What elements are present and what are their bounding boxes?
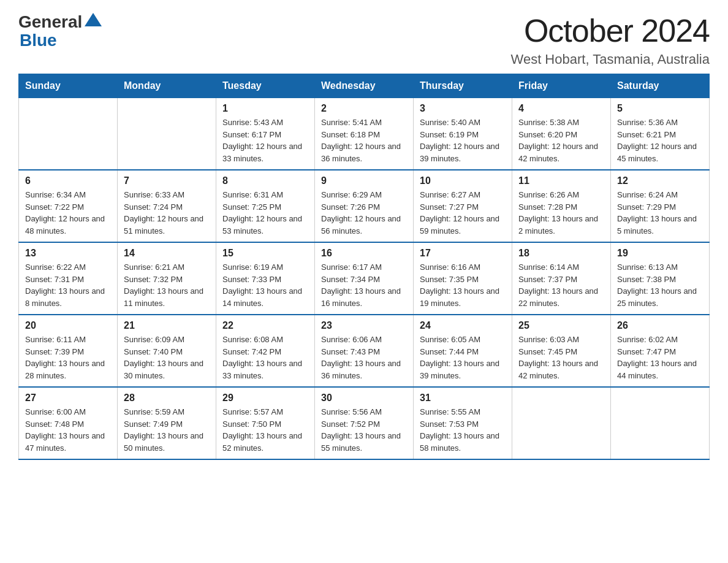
day-info: Sunrise: 6:08 AMSunset: 7:42 PMDaylight:… bbox=[222, 334, 308, 381]
day-info: Sunrise: 6:21 AMSunset: 7:32 PMDaylight:… bbox=[124, 261, 210, 309]
day-info: Sunrise: 5:38 AMSunset: 6:20 PMDaylight:… bbox=[518, 117, 604, 164]
calendar-cell bbox=[19, 98, 118, 170]
day-number: 31 bbox=[420, 393, 506, 404]
calendar-cell: 18Sunrise: 6:14 AMSunset: 7:37 PMDayligh… bbox=[512, 242, 611, 315]
calendar-cell: 7Sunrise: 6:33 AMSunset: 7:24 PMDaylight… bbox=[118, 170, 216, 242]
calendar-cell: 1Sunrise: 5:43 AMSunset: 6:17 PMDaylight… bbox=[216, 98, 315, 170]
day-info: Sunrise: 5:40 AMSunset: 6:19 PMDaylight:… bbox=[420, 117, 506, 164]
calendar-cell: 6Sunrise: 6:34 AMSunset: 7:22 PMDaylight… bbox=[19, 170, 118, 242]
page-header: General Blue October 2024 West Hobart, T… bbox=[18, 12, 710, 67]
day-info: Sunrise: 6:00 AMSunset: 7:48 PMDaylight:… bbox=[25, 406, 111, 454]
calendar-body: 1Sunrise: 5:43 AMSunset: 6:17 PMDaylight… bbox=[19, 98, 710, 460]
day-info: Sunrise: 6:05 AMSunset: 7:44 PMDaylight:… bbox=[420, 334, 506, 381]
calendar-cell bbox=[118, 98, 216, 170]
calendar-cell: 15Sunrise: 6:19 AMSunset: 7:33 PMDayligh… bbox=[216, 242, 315, 315]
day-info: Sunrise: 6:09 AMSunset: 7:40 PMDaylight:… bbox=[124, 334, 210, 381]
day-number: 30 bbox=[321, 393, 407, 404]
calendar-header: SundayMondayTuesdayWednesdayThursdayFrid… bbox=[19, 74, 710, 98]
day-number: 17 bbox=[420, 248, 506, 259]
day-info: Sunrise: 5:41 AMSunset: 6:18 PMDaylight:… bbox=[321, 117, 407, 164]
day-number: 1 bbox=[222, 103, 308, 114]
calendar-cell: 9Sunrise: 6:29 AMSunset: 7:26 PMDaylight… bbox=[315, 170, 414, 242]
calendar-cell: 3Sunrise: 5:40 AMSunset: 6:19 PMDaylight… bbox=[414, 98, 512, 170]
calendar-cell: 10Sunrise: 6:27 AMSunset: 7:27 PMDayligh… bbox=[414, 170, 512, 242]
day-number: 24 bbox=[420, 320, 506, 331]
day-info: Sunrise: 6:33 AMSunset: 7:24 PMDaylight:… bbox=[124, 189, 210, 237]
day-info: Sunrise: 6:02 AMSunset: 7:47 PMDaylight:… bbox=[617, 334, 703, 381]
day-number: 5 bbox=[617, 103, 703, 114]
week-row-3: 13Sunrise: 6:22 AMSunset: 7:31 PMDayligh… bbox=[19, 242, 710, 315]
day-info: Sunrise: 5:36 AMSunset: 6:21 PMDaylight:… bbox=[617, 117, 703, 164]
day-number: 15 bbox=[222, 248, 308, 259]
header-day-friday: Friday bbox=[512, 74, 611, 98]
day-number: 27 bbox=[25, 393, 111, 404]
header-day-wednesday: Wednesday bbox=[315, 74, 414, 98]
subtitle: West Hobart, Tasmania, Australia bbox=[511, 52, 710, 67]
calendar-cell: 27Sunrise: 6:00 AMSunset: 7:48 PMDayligh… bbox=[19, 387, 118, 459]
day-number: 14 bbox=[124, 248, 210, 259]
calendar-cell: 28Sunrise: 5:59 AMSunset: 7:49 PMDayligh… bbox=[118, 387, 216, 459]
day-info: Sunrise: 6:03 AMSunset: 7:45 PMDaylight:… bbox=[518, 334, 604, 381]
logo-general-text: General bbox=[18, 12, 82, 32]
day-number: 3 bbox=[420, 103, 506, 114]
day-info: Sunrise: 5:43 AMSunset: 6:17 PMDaylight:… bbox=[222, 117, 308, 164]
calendar-cell: 5Sunrise: 5:36 AMSunset: 6:21 PMDaylight… bbox=[611, 98, 710, 170]
day-number: 28 bbox=[124, 393, 210, 404]
day-number: 11 bbox=[518, 175, 604, 186]
day-number: 22 bbox=[222, 320, 308, 331]
day-info: Sunrise: 6:27 AMSunset: 7:27 PMDaylight:… bbox=[420, 189, 506, 237]
main-title: October 2024 bbox=[511, 12, 710, 49]
day-number: 7 bbox=[124, 175, 210, 186]
day-info: Sunrise: 6:31 AMSunset: 7:25 PMDaylight:… bbox=[222, 189, 308, 237]
day-number: 8 bbox=[222, 175, 308, 186]
calendar-cell: 23Sunrise: 6:06 AMSunset: 7:43 PMDayligh… bbox=[315, 315, 414, 387]
week-row-1: 1Sunrise: 5:43 AMSunset: 6:17 PMDaylight… bbox=[19, 98, 710, 170]
day-number: 10 bbox=[420, 175, 506, 186]
day-info: Sunrise: 5:59 AMSunset: 7:49 PMDaylight:… bbox=[124, 406, 210, 454]
calendar-cell: 17Sunrise: 6:16 AMSunset: 7:35 PMDayligh… bbox=[414, 242, 512, 315]
header-day-thursday: Thursday bbox=[414, 74, 512, 98]
calendar-cell: 24Sunrise: 6:05 AMSunset: 7:44 PMDayligh… bbox=[414, 315, 512, 387]
day-info: Sunrise: 5:57 AMSunset: 7:50 PMDaylight:… bbox=[222, 406, 308, 454]
calendar-cell: 4Sunrise: 5:38 AMSunset: 6:20 PMDaylight… bbox=[512, 98, 611, 170]
calendar-cell bbox=[611, 387, 710, 459]
calendar-cell: 13Sunrise: 6:22 AMSunset: 7:31 PMDayligh… bbox=[19, 242, 118, 315]
day-number: 18 bbox=[518, 248, 604, 259]
calendar-cell: 8Sunrise: 6:31 AMSunset: 7:25 PMDaylight… bbox=[216, 170, 315, 242]
logo-blue-text: Blue bbox=[20, 32, 57, 49]
header-day-tuesday: Tuesday bbox=[216, 74, 315, 98]
title-area: October 2024 West Hobart, Tasmania, Aust… bbox=[511, 12, 710, 67]
day-info: Sunrise: 6:16 AMSunset: 7:35 PMDaylight:… bbox=[420, 261, 506, 309]
logo-triangle-icon bbox=[85, 13, 102, 26]
calendar-table: SundayMondayTuesdayWednesdayThursdayFrid… bbox=[18, 74, 710, 460]
day-info: Sunrise: 6:06 AMSunset: 7:43 PMDaylight:… bbox=[321, 334, 407, 381]
calendar-cell: 26Sunrise: 6:02 AMSunset: 7:47 PMDayligh… bbox=[611, 315, 710, 387]
day-number: 29 bbox=[222, 393, 308, 404]
day-number: 9 bbox=[321, 175, 407, 186]
calendar-cell: 31Sunrise: 5:55 AMSunset: 7:53 PMDayligh… bbox=[414, 387, 512, 459]
day-info: Sunrise: 5:56 AMSunset: 7:52 PMDaylight:… bbox=[321, 406, 407, 454]
day-info: Sunrise: 6:19 AMSunset: 7:33 PMDaylight:… bbox=[222, 261, 308, 309]
logo: General Blue bbox=[18, 12, 102, 49]
day-number: 21 bbox=[124, 320, 210, 331]
day-number: 26 bbox=[617, 320, 703, 331]
day-info: Sunrise: 6:24 AMSunset: 7:29 PMDaylight:… bbox=[617, 189, 703, 237]
day-info: Sunrise: 6:26 AMSunset: 7:28 PMDaylight:… bbox=[518, 189, 604, 237]
calendar-cell: 12Sunrise: 6:24 AMSunset: 7:29 PMDayligh… bbox=[611, 170, 710, 242]
week-row-2: 6Sunrise: 6:34 AMSunset: 7:22 PMDaylight… bbox=[19, 170, 710, 242]
day-number: 23 bbox=[321, 320, 407, 331]
calendar-cell: 14Sunrise: 6:21 AMSunset: 7:32 PMDayligh… bbox=[118, 242, 216, 315]
day-number: 16 bbox=[321, 248, 407, 259]
header-row: SundayMondayTuesdayWednesdayThursdayFrid… bbox=[19, 74, 710, 98]
day-number: 4 bbox=[518, 103, 604, 114]
calendar-cell: 30Sunrise: 5:56 AMSunset: 7:52 PMDayligh… bbox=[315, 387, 414, 459]
day-info: Sunrise: 6:29 AMSunset: 7:26 PMDaylight:… bbox=[321, 189, 407, 237]
calendar-cell: 20Sunrise: 6:11 AMSunset: 7:39 PMDayligh… bbox=[19, 315, 118, 387]
header-day-saturday: Saturday bbox=[611, 74, 710, 98]
day-number: 19 bbox=[617, 248, 703, 259]
week-row-5: 27Sunrise: 6:00 AMSunset: 7:48 PMDayligh… bbox=[19, 387, 710, 459]
day-number: 13 bbox=[25, 248, 111, 259]
day-info: Sunrise: 6:13 AMSunset: 7:38 PMDaylight:… bbox=[617, 261, 703, 309]
day-number: 6 bbox=[25, 175, 111, 186]
calendar-cell: 22Sunrise: 6:08 AMSunset: 7:42 PMDayligh… bbox=[216, 315, 315, 387]
